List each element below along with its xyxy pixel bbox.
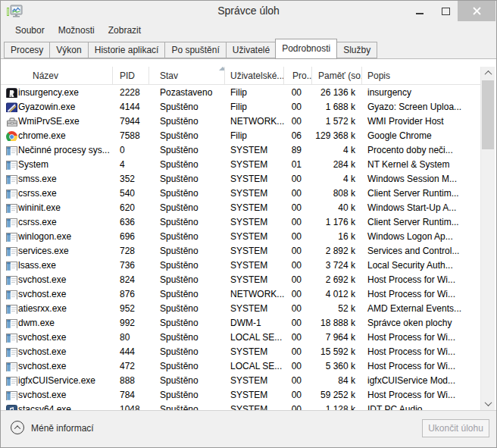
- process-row[interactable]: WmiPrvSE.exe7944SpuštěnoNETWORK...001 57…: [1, 114, 481, 128]
- tab-procesy[interactable]: Procesy: [4, 42, 49, 58]
- cell-mem: 4 012 k: [312, 289, 362, 299]
- end-task-button[interactable]: Ukončit úlohu: [422, 419, 489, 437]
- close-button[interactable]: [458, 1, 495, 21]
- cell-mem: 284 k: [312, 159, 362, 170]
- process-row[interactable]: dwm.exe992SpuštěnoDWM-10018 888 kSprávce…: [1, 315, 481, 330]
- tab-uživatelé[interactable]: Uživatelé: [226, 42, 276, 58]
- cell-desc: Správce oken plochy: [362, 318, 480, 328]
- column-header-label: Popis: [367, 70, 390, 81]
- cell-pid: 952: [113, 303, 149, 314]
- process-row[interactable]: insurgency.exe2228PozastavenoFilip0026 1…: [1, 85, 481, 99]
- process-row[interactable]: svchost.exe472SpuštěnoLOCAL SE...005 360…: [1, 359, 481, 373]
- process-row[interactable]: Gyazowin.exe4144SpuštěnoFilip001 688 kGy…: [1, 99, 481, 114]
- tab-podrobnosti[interactable]: Podrobnosti: [275, 39, 337, 59]
- cell-desc: Host Process for Wi...: [362, 332, 480, 343]
- process-row[interactable]: System4SpuštěnoSYSTEM01284 kNT Kernel & …: [1, 157, 481, 171]
- cell-status: Spuštěno: [149, 246, 225, 256]
- cell-name: winlogon.exe: [1, 231, 113, 242]
- process-row[interactable]: lsass.exe736SpuštěnoSYSTEM003 724 kLocal…: [1, 258, 481, 272]
- process-row[interactable]: svchost.exe876SpuštěnoNETWORK...004 012 …: [1, 287, 481, 301]
- cell-user: SYSTEM: [225, 303, 284, 314]
- cell-pid: 888: [113, 375, 149, 386]
- column-header-pid[interactable]: PID: [113, 67, 149, 84]
- minimize-button[interactable]: [408, 1, 431, 21]
- cell-cpu: 06: [284, 130, 312, 141]
- cell-pid: 7588: [113, 130, 149, 141]
- process-row[interactable]: svchost.exe444SpuštěnoSYSTEM0015 592 kHo…: [1, 344, 481, 359]
- column-header-user[interactable]: Uživatelské...: [225, 67, 284, 84]
- menu-item-zobrazit[interactable]: Zobrazit: [102, 23, 148, 37]
- cell-cpu: 00: [284, 116, 312, 127]
- process-row[interactable]: winlogon.exe696SpuštěnoSYSTEM0016 kWindo…: [1, 229, 481, 243]
- column-header-desc[interactable]: Popis: [362, 67, 480, 84]
- process-list: NázevPIDStavUživatelské...Pro...Paměť (s…: [1, 67, 481, 410]
- cell-desc: Local Security Auth...: [362, 260, 480, 271]
- process-rows: insurgency.exe2228PozastavenoFilip0026 1…: [1, 85, 481, 410]
- column-header-label: Stav: [160, 70, 178, 81]
- default-app-icon: [6, 246, 17, 256]
- cell-status: Spuštěno: [149, 274, 225, 285]
- column-header-mem[interactable]: Paměť (so...: [312, 67, 362, 84]
- cell-mem: 84 k: [312, 375, 362, 386]
- scrollbar-thumb[interactable]: [482, 80, 494, 149]
- menu-item-soubor[interactable]: Soubor: [8, 23, 52, 37]
- cell-user: SYSTEM: [225, 188, 284, 199]
- process-row[interactable]: igfxCUIService.exe888SpuštěnoSYSTEM0084 …: [1, 373, 481, 387]
- process-row[interactable]: Nečinné procesy sys...0SpuštěnoSYSTEM894…: [1, 143, 481, 157]
- process-row[interactable]: svchost.exe824SpuštěnoSYSTEM002 692 kHos…: [1, 272, 481, 287]
- gyazo-icon: [6, 102, 17, 112]
- cell-user: SYSTEM: [225, 231, 284, 242]
- default-app-icon: [6, 333, 17, 343]
- cell-mem: 15 592 k: [312, 346, 362, 357]
- vertical-scrollbar[interactable]: [480, 67, 495, 410]
- tab-po-spuštění[interactable]: Po spuštění: [164, 42, 225, 58]
- tab-historie-aplikací[interactable]: Historie aplikací: [88, 42, 165, 58]
- column-header-status[interactable]: Stav: [149, 67, 225, 84]
- process-row[interactable]: svchost.exe784SpuštěnoSYSTEM0059 252 kHo…: [1, 387, 481, 402]
- menu-bar: SouborMožnostiZobrazit: [1, 22, 496, 38]
- cell-mem: 5 360 k: [312, 361, 362, 371]
- process-row[interactable]: csrss.exe636SpuštěnoSYSTEM001 176 kClien…: [1, 215, 481, 229]
- cell-name: svchost.exe: [1, 346, 113, 357]
- cell-desc: igfxCUIService Mod...: [362, 375, 480, 386]
- process-row[interactable]: stacsv64.exe1048SpuštěnoSYSTEM001 128 kI…: [1, 402, 481, 410]
- cell-desc: IDT PC Audio: [362, 404, 480, 411]
- cell-pid: 636: [113, 217, 149, 227]
- cell-name: dwm.exe: [1, 318, 113, 328]
- chevron-down-icon: [484, 399, 492, 406]
- cell-pid: 352: [113, 174, 149, 184]
- cell-status: Spuštěno: [149, 260, 225, 271]
- fewer-details-label[interactable]: Méně informací: [31, 423, 94, 434]
- process-row[interactable]: svchost.exe80SpuštěnoLOCAL SE...007 964 …: [1, 330, 481, 344]
- maximize-button[interactable]: [434, 1, 457, 21]
- process-row[interactable]: csrss.exe540SpuštěnoSYSTEM00808 kClient …: [1, 186, 481, 200]
- fewer-details-toggle[interactable]: [11, 421, 24, 434]
- cell-mem: 808 k: [312, 188, 362, 199]
- scroll-up-button[interactable]: [481, 67, 495, 80]
- cell-status: Spuštěno: [149, 346, 225, 357]
- process-row[interactable]: atiesrxx.exe952SpuštěnoSYSTEM0052 kAMD E…: [1, 301, 481, 315]
- cell-name: services.exe: [1, 246, 113, 256]
- cell-desc: NT Kernel & System: [362, 159, 480, 170]
- process-row[interactable]: wininit.exe620SpuštěnoSYSTEM0040 kWindow…: [1, 200, 481, 215]
- process-row[interactable]: services.exe728SpuštěnoSYSTEM002 892 kSe…: [1, 243, 481, 258]
- process-row[interactable]: chrome.exe7588SpuštěnoFilip06129 368 kGo…: [1, 128, 481, 143]
- cell-user: SYSTEM: [225, 145, 284, 155]
- cell-status: Spuštěno: [149, 332, 225, 343]
- cell-status: Spuštěno: [149, 116, 225, 127]
- column-header-cpu[interactable]: Pro...: [284, 67, 312, 84]
- tab-výkon[interactable]: Výkon: [49, 42, 87, 58]
- tab-služby[interactable]: Služby: [336, 42, 377, 58]
- cell-status: Spuštěno: [149, 130, 225, 141]
- column-header-name[interactable]: Název: [1, 67, 113, 84]
- menu-item-možnosti[interactable]: Možnosti: [52, 23, 102, 37]
- cell-cpu: 00: [284, 231, 312, 242]
- default-app-icon: [6, 304, 17, 314]
- cell-cpu: 00: [284, 188, 312, 199]
- scroll-down-button[interactable]: [481, 397, 495, 410]
- cell-pid: 2228: [113, 87, 149, 98]
- process-row[interactable]: smss.exe352SpuštěnoSYSTEM004 kWindows Se…: [1, 171, 481, 186]
- cell-name: chrome.exe: [1, 130, 113, 141]
- cell-mem: 1 128 k: [312, 404, 362, 411]
- cell-cpu: 00: [284, 274, 312, 285]
